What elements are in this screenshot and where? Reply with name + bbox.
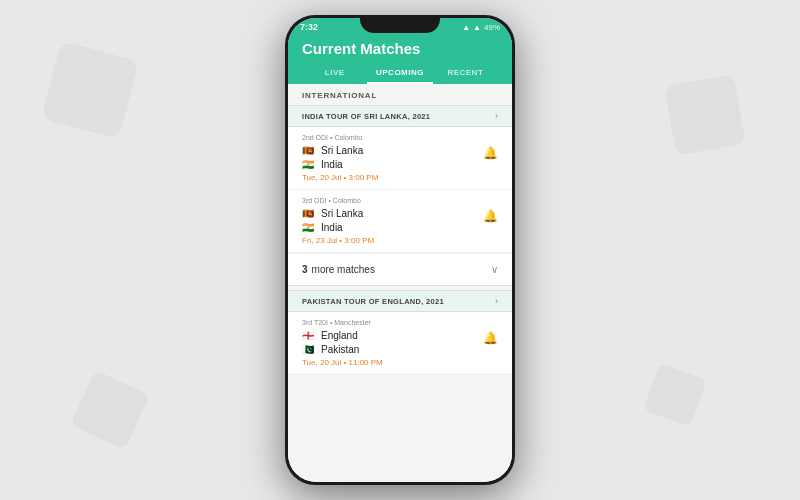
series-india-sl[interactable]: INDIA TOUR OF SRI LANKA, 2021 › <box>288 105 512 127</box>
team2-name-1: India <box>321 159 343 170</box>
match-card-1: 2nd ODI • Colombo 🇱🇰 Sri Lanka 🇮🇳 India … <box>288 127 512 190</box>
battery-icon: 49% <box>484 23 500 32</box>
match-meta-2: 3rd ODI • Colombo <box>302 197 483 204</box>
match-card-2: 3rd ODI • Colombo 🇱🇰 Sri Lanka 🇮🇳 India … <box>288 190 512 253</box>
status-icons: ▲ ▲ 49% <box>462 23 500 32</box>
more-matches-text: 3more matches <box>302 264 375 275</box>
match-time-3: Tue, 20 Jul • 11:00 PM <box>302 358 483 367</box>
status-time: 7:32 <box>300 22 318 32</box>
match-info-1: 2nd ODI • Colombo 🇱🇰 Sri Lanka 🇮🇳 India … <box>302 134 483 182</box>
phone-frame: 7:32 ▲ ▲ 49% Current Matches LIVE UPCOMI… <box>285 15 515 485</box>
chevron-down-icon: ∨ <box>491 264 498 275</box>
match-card-3: 3rd T20I • Manchester 🏴󠁧󠁢󠁥󠁮󠁧󠁿 England 🇵🇰… <box>288 312 512 375</box>
app-header: Current Matches LIVE UPCOMING RECENT <box>288 34 512 84</box>
flag-eng-1: 🏴󠁧󠁢󠁥󠁮󠁧󠁿 <box>302 331 316 341</box>
team2-row-2: 🇮🇳 India <box>302 222 483 233</box>
tab-live[interactable]: LIVE <box>302 63 367 84</box>
team2-row-3: 🇵🇰 Pakistan <box>302 344 483 355</box>
team1-row-3: 🏴󠁧󠁢󠁥󠁮󠁧󠁿 England <box>302 330 483 341</box>
team1-row-2: 🇱🇰 Sri Lanka <box>302 208 483 219</box>
series-pak-eng-arrow: › <box>495 296 498 306</box>
series-india-sl-name: INDIA TOUR OF SRI LANKA, 2021 <box>302 112 430 121</box>
flag-in-2: 🇮🇳 <box>302 223 316 233</box>
team1-row-1: 🇱🇰 Sri Lanka <box>302 145 483 156</box>
app-title: Current Matches <box>302 40 498 57</box>
flag-pak-1: 🇵🇰 <box>302 345 316 355</box>
bell-icon-3[interactable]: 🔔 <box>483 331 498 345</box>
team2-name-3: Pakistan <box>321 344 359 355</box>
signal-icon: ▲ <box>462 23 470 32</box>
matches-content: INTERNATIONAL INDIA TOUR OF SRI LANKA, 2… <box>288 84 512 482</box>
tab-recent[interactable]: RECENT <box>433 63 498 84</box>
match-meta-1: 2nd ODI • Colombo <box>302 134 483 141</box>
section-international: INTERNATIONAL <box>288 84 512 105</box>
match-info-3: 3rd T20I • Manchester 🏴󠁧󠁢󠁥󠁮󠁧󠁿 England 🇵🇰… <box>302 319 483 367</box>
phone-screen: 7:32 ▲ ▲ 49% Current Matches LIVE UPCOMI… <box>288 18 512 482</box>
more-matches-count: 3 <box>302 264 308 275</box>
more-matches-row[interactable]: 3more matches ∨ <box>288 253 512 286</box>
wifi-icon: ▲ <box>473 23 481 32</box>
match-info-2: 3rd ODI • Colombo 🇱🇰 Sri Lanka 🇮🇳 India … <box>302 197 483 245</box>
team2-row-1: 🇮🇳 India <box>302 159 483 170</box>
series-pak-eng[interactable]: PAKISTAN TOUR OF ENGLAND, 2021 › <box>288 290 512 312</box>
phone-notch <box>360 15 440 33</box>
series-pak-eng-name: PAKISTAN TOUR OF ENGLAND, 2021 <box>302 297 444 306</box>
team1-name-1: Sri Lanka <box>321 145 363 156</box>
team1-name-3: England <box>321 330 358 341</box>
bell-icon-1[interactable]: 🔔 <box>483 146 498 160</box>
flag-sl-2: 🇱🇰 <box>302 209 316 219</box>
team2-name-2: India <box>321 222 343 233</box>
team1-name-2: Sri Lanka <box>321 208 363 219</box>
bell-icon-2[interactable]: 🔔 <box>483 209 498 223</box>
match-time-2: Fri, 23 Jul • 3:00 PM <box>302 236 483 245</box>
match-meta-3: 3rd T20I • Manchester <box>302 319 483 326</box>
flag-in-1: 🇮🇳 <box>302 160 316 170</box>
flag-sl-1: 🇱🇰 <box>302 146 316 156</box>
tab-upcoming[interactable]: UPCOMING <box>367 63 432 84</box>
tab-bar: LIVE UPCOMING RECENT <box>302 63 498 84</box>
match-time-1: Tue, 20 Jul • 3:00 PM <box>302 173 483 182</box>
series-arrow-icon: › <box>495 111 498 121</box>
